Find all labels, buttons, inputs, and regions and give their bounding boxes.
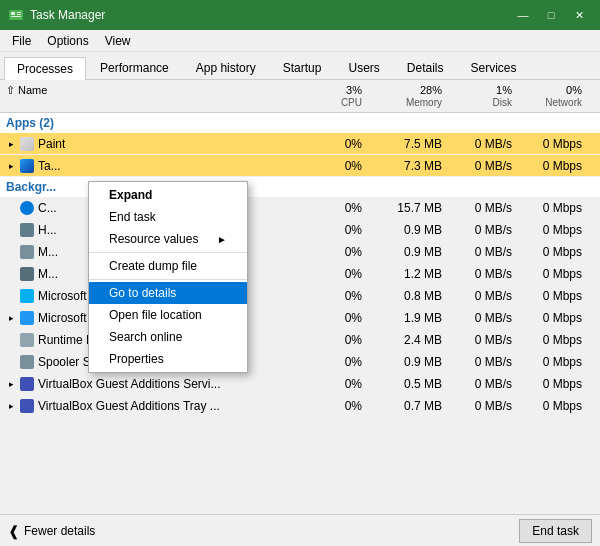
vbox2-cpu: 0% [308,397,368,415]
col-network[interactable]: 0%Network [518,82,588,110]
spooler-cpu: 0% [308,353,368,371]
ctx-separator-1 [89,252,247,253]
ta-cpu: 0% [308,157,368,175]
tab-users[interactable]: Users [335,56,392,79]
paint-cpu: 0% [308,135,368,153]
search-icon [20,311,34,325]
menu-view[interactable]: View [97,32,139,50]
section-apps: Apps (2) [0,113,600,133]
vbox1-label: VirtualBox Guest Additions Servi... [38,377,221,391]
vbox2-network: 0 Mbps [518,397,588,415]
process-name-taskmanager: ▸ Ta... [0,157,308,175]
taskmanager-icon [20,159,34,173]
paint-memory: 7.5 MB [368,135,448,153]
table-body[interactable]: Apps (2) ▸ Paint 0% 7.5 MB 0 MB/s 0 Mbps… [0,113,600,514]
tab-details[interactable]: Details [394,56,457,79]
minimize-button[interactable]: — [510,5,536,25]
context-menu: Expand End task Resource values ► Create… [88,181,248,373]
skype-network: 0 Mbps [518,287,588,305]
h-label: H... [38,223,57,237]
expand-icon-search[interactable]: ▸ [6,313,16,323]
h-cpu: 0% [308,221,368,239]
search-disk: 0 MB/s [448,309,518,327]
m2-disk: 0 MB/s [448,265,518,283]
expand-icon-vbox1[interactable]: ▸ [6,379,16,389]
c-network: 0 Mbps [518,199,588,217]
tab-startup[interactable]: Startup [270,56,335,79]
tab-services[interactable]: Services [458,56,530,79]
runtime-memory: 2.4 MB [368,331,448,349]
m1-network: 0 Mbps [518,243,588,261]
spooler-network: 0 Mbps [518,353,588,371]
tabs: Processes Performance App history Startu… [0,52,600,80]
ctx-resource-values[interactable]: Resource values ► [89,228,247,250]
process-name-vbox2: ▸ VirtualBox Guest Additions Tray ... [0,397,308,415]
skype-icon [20,289,34,303]
cortana-icon [20,201,34,215]
col-cpu[interactable]: 3%CPU [308,82,368,110]
m1-cpu: 0% [308,243,368,261]
col-memory[interactable]: 28%Memory [368,82,448,110]
table-row[interactable]: ▸ Paint 0% 7.5 MB 0 MB/s 0 Mbps [0,133,600,155]
ctx-go-to-details[interactable]: Go to details [89,282,247,304]
menu-file[interactable]: File [4,32,39,50]
ctx-expand[interactable]: Expand [89,184,247,206]
vbox2-icon [20,399,34,413]
maximize-button[interactable]: □ [538,5,564,25]
end-task-button[interactable]: End task [519,519,592,543]
vbox1-icon [20,377,34,391]
vbox1-disk: 0 MB/s [448,375,518,393]
process-name-vbox1: ▸ VirtualBox Guest Additions Servi... [0,375,308,393]
ctx-properties[interactable]: Properties [89,348,247,370]
skype-disk: 0 MB/s [448,287,518,305]
ctx-submenu-arrow: ► [217,234,227,245]
process-name-paint: ▸ Paint [0,135,308,153]
window-title: Task Manager [30,8,105,22]
runtime-icon [20,333,34,347]
window-controls: — □ ✕ [510,5,592,25]
svg-rect-3 [17,14,21,15]
m2-cpu: 0% [308,265,368,283]
ctx-end-task[interactable]: End task [89,206,247,228]
h-disk: 0 MB/s [448,221,518,239]
search-memory: 1.9 MB [368,309,448,327]
app-icon [8,7,24,23]
fewer-details-label: Fewer details [24,524,95,538]
vbox2-memory: 0.7 MB [368,397,448,415]
ctx-create-dump[interactable]: Create dump file [89,255,247,277]
skype-memory: 0.8 MB [368,287,448,305]
tab-performance[interactable]: Performance [87,56,182,79]
spooler-icon [20,355,34,369]
main-content: ⇧ Name 3%CPU 28%Memory 1%Disk 0%Network … [0,80,600,514]
col-disk[interactable]: 1%Disk [448,82,518,110]
status-bar: ❰ Fewer details End task [0,514,600,546]
expand-icon-vbox2[interactable]: ▸ [6,401,16,411]
ctx-search-online[interactable]: Search online [89,326,247,348]
expand-icon-ta[interactable]: ▸ [6,161,16,171]
close-button[interactable]: ✕ [566,5,592,25]
title-bar: Task Manager — □ ✕ [0,0,600,30]
c-cpu: 0% [308,199,368,217]
m1-label: M... [38,245,58,259]
ctx-open-file-location[interactable]: Open file location [89,304,247,326]
table-row[interactable]: ▸ VirtualBox Guest Additions Tray ... 0%… [0,395,600,417]
paint-network: 0 Mbps [518,135,588,153]
table-row[interactable]: ▸ Ta... 0% 7.3 MB 0 MB/s 0 Mbps [0,155,600,177]
m2-memory: 1.2 MB [368,265,448,283]
col-name[interactable]: ⇧ Name [0,82,308,110]
table-row[interactable]: ▸ VirtualBox Guest Additions Servi... 0%… [0,373,600,395]
m1-memory: 0.9 MB [368,243,448,261]
title-bar-left: Task Manager [8,7,105,23]
fewer-details-arrow-icon: ❰ [8,523,20,539]
expand-icon-paint[interactable]: ▸ [6,139,16,149]
c-disk: 0 MB/s [448,199,518,217]
h-network: 0 Mbps [518,221,588,239]
m1-disk: 0 MB/s [448,243,518,261]
vbox1-memory: 0.5 MB [368,375,448,393]
vbox1-cpu: 0% [308,375,368,393]
fewer-details-button[interactable]: ❰ Fewer details [8,523,95,539]
tab-app-history[interactable]: App history [183,56,269,79]
menu-options[interactable]: Options [39,32,96,50]
tab-processes[interactable]: Processes [4,57,86,80]
spooler-disk: 0 MB/s [448,353,518,371]
